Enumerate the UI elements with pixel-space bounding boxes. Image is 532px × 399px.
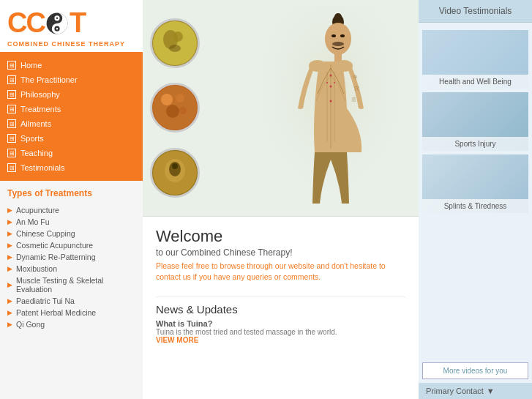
welcome-text: Please feel free to browse through our w… bbox=[156, 261, 405, 282]
logo-cc: CC bbox=[7, 7, 45, 39]
svg-text:中: 中 bbox=[353, 75, 358, 80]
svg-point-32 bbox=[330, 85, 332, 87]
nav-home[interactable]: ⊞ Home bbox=[0, 58, 143, 72]
nav-testimonials[interactable]: ⊞ Testimonials bbox=[0, 160, 143, 175]
nav-sports[interactable]: ⊞ Sports bbox=[0, 131, 143, 146]
svg-point-11 bbox=[176, 94, 184, 102]
main-nav: ⊞ Home ⊞ The Practitioner ⊞ Philosophy ⊞… bbox=[0, 52, 143, 181]
welcome-title: Welcome bbox=[156, 227, 405, 246]
list-item[interactable]: ▶ Patent Herbal Medicine bbox=[7, 307, 135, 318]
arrow-icon: ▶ bbox=[7, 218, 12, 225]
nav-icon-sports: ⊞ bbox=[7, 134, 16, 143]
nav-icon-practitioner: ⊞ bbox=[7, 75, 16, 84]
hero-circles bbox=[143, 0, 209, 216]
arrow-icon: ▶ bbox=[7, 309, 12, 316]
svg-point-20 bbox=[334, 13, 342, 20]
hero-section: 中 穴 道 bbox=[143, 0, 419, 216]
svg-point-12 bbox=[166, 105, 179, 118]
video-label-1: Health and Well Being bbox=[422, 75, 528, 89]
news-item-title: What is Tuina? bbox=[156, 319, 405, 328]
hero-circle-3 bbox=[150, 148, 200, 198]
treatment-label: Dynamic Re-Patterning bbox=[16, 253, 96, 261]
logo-tagline: COMBINED CHINESE THERAPY bbox=[7, 40, 135, 48]
nav-ailments[interactable]: ⊞ Ailments bbox=[0, 116, 143, 131]
nav-label-treatments: Treatments bbox=[20, 105, 61, 113]
svg-point-34 bbox=[326, 82, 328, 83]
arrow-icon: ▶ bbox=[7, 265, 12, 272]
nav-label-practitioner: The Practitioner bbox=[20, 75, 78, 84]
list-item[interactable]: ▶ An Mo Fu bbox=[7, 216, 135, 228]
list-item[interactable]: ▶ Qi Gong bbox=[7, 318, 135, 330]
video-label-2: Sports Injury bbox=[422, 137, 528, 151]
more-videos-button[interactable]: More videos for you bbox=[422, 362, 528, 379]
list-item[interactable]: ▶ Dynamic Re-Patterning bbox=[7, 251, 135, 263]
treatment-label: Paediatric Tui Na bbox=[16, 297, 75, 305]
svg-point-35 bbox=[334, 82, 335, 83]
primary-contact: Primary Contact ▼ bbox=[419, 383, 532, 399]
list-item[interactable]: ▶ Moxibustion bbox=[7, 263, 135, 275]
svg-point-22 bbox=[331, 34, 336, 37]
view-more-link[interactable]: VIEW MORE bbox=[156, 336, 405, 344]
svg-point-24 bbox=[332, 42, 344, 46]
welcome-section: Welcome to our Combined Chinese Therapy!… bbox=[143, 216, 419, 289]
nav-practitioner[interactable]: ⊞ The Practitioner bbox=[0, 72, 143, 87]
nav-label-testimonials: Testimonials bbox=[20, 163, 65, 172]
svg-point-13 bbox=[179, 107, 187, 114]
contact-icon: ▼ bbox=[487, 387, 495, 395]
hero-circle-2 bbox=[150, 83, 200, 133]
nav-icon-teaching: ⊞ bbox=[7, 149, 16, 157]
list-item[interactable]: ▶ Cosmetic Acupuncture bbox=[7, 239, 135, 251]
arrow-icon: ▶ bbox=[7, 321, 12, 328]
main-content: 中 穴 道 Welcome to our Combined Chinese Th… bbox=[143, 0, 419, 399]
treatment-label: Cosmetic Acupuncture bbox=[16, 241, 93, 250]
video-item-2[interactable]: Sports Injury bbox=[422, 92, 528, 151]
nav-icon-philosophy: ⊞ bbox=[7, 90, 16, 99]
nav-icon-testimonials: ⊞ bbox=[7, 163, 16, 172]
svg-rect-25 bbox=[334, 53, 342, 61]
svg-point-8 bbox=[169, 45, 181, 52]
nav-icon-home: ⊞ bbox=[7, 61, 16, 70]
nav-treatments[interactable]: ⊞ Treatments bbox=[0, 102, 143, 116]
nav-label-teaching: Teaching bbox=[20, 149, 53, 157]
list-item[interactable]: ▶ Muscle Testing & Skeletal Evaluation bbox=[7, 275, 135, 295]
arrow-icon: ▶ bbox=[7, 230, 12, 237]
nav-label-home: Home bbox=[20, 61, 42, 70]
nav-teaching[interactable]: ⊞ Teaching bbox=[0, 146, 143, 160]
hero-circle-1 bbox=[150, 18, 200, 68]
news-section: News & Updates What is Tuina? Tuina is t… bbox=[143, 289, 419, 351]
nav-icon-ailments: ⊞ bbox=[7, 119, 16, 128]
treatment-label: Chinese Cupping bbox=[16, 229, 75, 238]
video-item-1[interactable]: Health and Well Being bbox=[422, 30, 528, 89]
list-item[interactable]: ▶ Paediatric Tui Na bbox=[7, 295, 135, 307]
arrow-icon: ▶ bbox=[7, 206, 12, 214]
nav-philosophy[interactable]: ⊞ Philosophy bbox=[0, 87, 143, 102]
video-list: Health and Well Being Sports Injury Spli… bbox=[419, 23, 532, 359]
svg-text:道: 道 bbox=[351, 97, 356, 102]
arrow-icon: ▶ bbox=[7, 281, 12, 288]
arrow-icon: ▶ bbox=[7, 253, 12, 261]
acupuncture-figure: 中 穴 道 bbox=[258, 6, 404, 211]
nav-label-sports: Sports bbox=[20, 134, 44, 143]
svg-point-7 bbox=[173, 31, 183, 42]
arrow-icon: ▶ bbox=[7, 297, 12, 305]
nav-icon-treatments: ⊞ bbox=[7, 105, 16, 113]
arrow-icon: ▶ bbox=[7, 242, 12, 249]
treatment-label: Acupuncture bbox=[16, 206, 59, 215]
svg-point-3 bbox=[56, 17, 58, 18]
logo: CC T bbox=[7, 7, 135, 39]
svg-text:穴: 穴 bbox=[354, 86, 359, 92]
panel-title: Video Testimonials bbox=[419, 0, 532, 23]
treatment-label: Muscle Testing & Skeletal Evaluation bbox=[16, 276, 135, 294]
video-item-3[interactable]: Splints & Tiredness bbox=[422, 154, 528, 213]
treatments-title: Types of Treatments bbox=[7, 188, 135, 198]
list-item[interactable]: ▶ Acupuncture bbox=[7, 204, 135, 216]
sidebar: CC T COMBINED CHINESE THERAPY ⊞ Home bbox=[0, 0, 143, 399]
svg-point-23 bbox=[340, 34, 345, 37]
list-item[interactable]: ▶ Chinese Cupping bbox=[7, 228, 135, 239]
treatment-label: Qi Gong bbox=[16, 320, 45, 329]
svg-point-21 bbox=[325, 23, 351, 55]
treatment-label: An Mo Fu bbox=[16, 217, 50, 226]
svg-point-33 bbox=[330, 100, 332, 102]
nav-label-ailments: Ailments bbox=[20, 119, 51, 128]
contact-label: Primary Contact bbox=[426, 387, 484, 395]
